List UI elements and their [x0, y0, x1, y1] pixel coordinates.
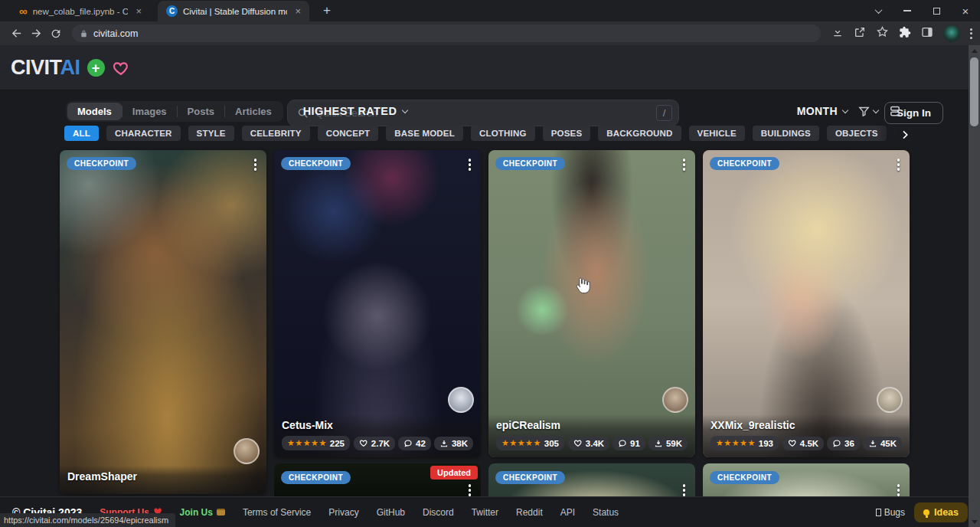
share-icon[interactable]: [854, 26, 866, 41]
model-card-partial[interactable]: CHECKPOINT: [703, 463, 910, 496]
footer-link-discord[interactable]: Discord: [423, 507, 454, 518]
forward-button[interactable]: [26, 24, 46, 44]
reload-button[interactable]: [46, 24, 66, 44]
model-type-badge: CHECKPOINT: [710, 471, 779, 484]
chip-character[interactable]: CHARACTER: [106, 126, 181, 141]
tab-title: new_colab_file.ipynb - Colaborat: [33, 7, 129, 16]
chip-background[interactable]: BACKGROUND: [598, 126, 681, 141]
chip-vehicle[interactable]: VEHICLE: [689, 126, 745, 141]
browser-tab-colab[interactable]: ∞ new_colab_file.ipynb - Colaborat ×: [11, 1, 150, 21]
comment-icon: [618, 439, 627, 448]
comments-count: 42: [416, 439, 426, 448]
footer-link-api[interactable]: API: [560, 507, 575, 518]
create-plus-button[interactable]: [87, 59, 105, 77]
tab-models[interactable]: Models: [67, 103, 122, 120]
footer-link-join-us[interactable]: Join Us: [180, 507, 225, 518]
model-type-badge: CHECKPOINT: [495, 157, 565, 170]
browser-menu-icon[interactable]: [970, 28, 972, 39]
chips-scroll-right-button[interactable]: [877, 125, 911, 145]
likes-pill: 4.5K: [782, 437, 824, 450]
card-menu-button[interactable]: [252, 156, 260, 173]
page-scrollbar[interactable]: [969, 45, 980, 527]
minimize-button[interactable]: [893, 0, 922, 21]
footer-link-privacy[interactable]: Privacy: [328, 507, 358, 518]
download-icon: [439, 439, 449, 448]
footer-link-reddit[interactable]: Reddit: [516, 507, 543, 518]
ideas-button[interactable]: Ideas: [914, 502, 968, 522]
download-icon[interactable]: [831, 26, 844, 41]
scroll-down-arrow-icon[interactable]: [969, 516, 980, 527]
model-card-cetus-mix[interactable]: CHECKPOINT Cetus-Mix 225 2.7K 42: [274, 150, 481, 457]
bugs-link[interactable]: Bugs: [876, 507, 905, 518]
restore-button[interactable]: [922, 0, 951, 21]
model-preview-image: [274, 150, 481, 457]
model-type-badge: CHECKPOINT: [495, 471, 565, 484]
chip-style[interactable]: STYLE: [188, 126, 234, 141]
filter-funnel-button[interactable]: [858, 105, 878, 118]
card-menu-button[interactable]: [895, 482, 903, 496]
chip-concept[interactable]: CONCEPT: [318, 126, 379, 141]
model-card-epicrealism[interactable]: CHECKPOINT epiCRealism 305 3.4K 91: [488, 150, 695, 457]
content-type-tabs: Models Images Posts Articles: [66, 101, 283, 122]
model-card-partial[interactable]: CHECKPOINT: [488, 463, 695, 496]
creator-avatar[interactable]: [662, 387, 688, 413]
scrollbar-thumb[interactable]: [970, 57, 978, 126]
footer-link-status[interactable]: Status: [593, 507, 619, 518]
scroll-up-arrow-icon[interactable]: [969, 45, 980, 56]
model-title: DreamShaper: [67, 470, 259, 483]
heart-icon: [788, 439, 797, 447]
bookmark-star-icon[interactable]: [876, 25, 889, 41]
chip-buildings[interactable]: BUILDINGS: [753, 126, 819, 141]
window-controls: ×: [864, 0, 980, 21]
briefcase-icon: [217, 509, 225, 516]
card-menu-button[interactable]: [466, 156, 474, 173]
card-menu-button[interactable]: [681, 156, 688, 173]
address-bar[interactable]: civitai.com: [72, 25, 821, 42]
model-title: epiCRealism: [496, 419, 688, 431]
bug-icon: [876, 509, 881, 516]
browser-profile-avatar[interactable]: [943, 25, 960, 42]
footer-link-github[interactable]: GitHub: [377, 507, 405, 518]
period-dropdown[interactable]: MONTH: [797, 105, 848, 117]
model-type-badge: CHECKPOINT: [281, 157, 351, 170]
back-button[interactable]: [6, 24, 26, 44]
model-card-dreamshaper[interactable]: CHECKPOINT DreamShaper: [60, 150, 266, 494]
chip-poses[interactable]: POSES: [543, 126, 591, 141]
favorites-heart-icon[interactable]: [112, 60, 130, 77]
layout-toggle-button[interactable]: [888, 104, 902, 118]
civitai-favicon-icon: [166, 5, 178, 17]
model-card-partial[interactable]: CHECKPOINT Updated: [274, 463, 481, 496]
model-card-xxmix-9realistic[interactable]: CHECKPOINT XXMix_9realistic 193 4.5K 36: [703, 150, 910, 457]
side-panel-icon[interactable]: [921, 26, 933, 41]
creator-avatar[interactable]: [877, 387, 903, 413]
updated-badge: Updated: [430, 466, 478, 480]
tab-posts[interactable]: Posts: [178, 103, 224, 120]
tab-search-icon[interactable]: [864, 0, 893, 21]
tab-close-icon[interactable]: ×: [292, 5, 303, 17]
rating-count: 225: [330, 439, 345, 448]
tab-images[interactable]: Images: [122, 103, 177, 120]
downloads-count: 59K: [666, 439, 682, 448]
creator-avatar[interactable]: [234, 438, 260, 464]
footer-link-twitter[interactable]: Twitter: [472, 507, 498, 518]
browser-tab-civitai[interactable]: Civitai | Stable Diffusion models, ×: [158, 1, 309, 21]
tab-close-icon[interactable]: ×: [133, 5, 144, 17]
close-window-button[interactable]: ×: [951, 0, 980, 21]
comments-pill: 91: [612, 437, 645, 450]
chip-all[interactable]: ALL: [64, 126, 99, 141]
chip-celebrity[interactable]: CELEBRITY: [242, 126, 310, 141]
chip-base-model[interactable]: BASE MODEL: [386, 126, 463, 141]
card-menu-button[interactable]: [681, 482, 688, 496]
extensions-puzzle-icon[interactable]: [899, 26, 911, 41]
creator-avatar[interactable]: [448, 387, 474, 413]
chevron-down-icon: [842, 106, 848, 113]
chip-clothing[interactable]: CLOTHING: [471, 126, 535, 141]
card-menu-button[interactable]: [895, 156, 903, 173]
site-logo[interactable]: CIVITAI: [11, 56, 130, 80]
sort-dropdown[interactable]: HIGHEST RATED: [303, 105, 408, 117]
new-tab-button[interactable]: +: [318, 3, 335, 21]
card-menu-button[interactable]: [466, 482, 474, 496]
footer-link-terms[interactable]: Terms of Service: [243, 507, 311, 518]
model-preview-image: [60, 150, 266, 494]
tab-articles[interactable]: Articles: [225, 103, 282, 120]
